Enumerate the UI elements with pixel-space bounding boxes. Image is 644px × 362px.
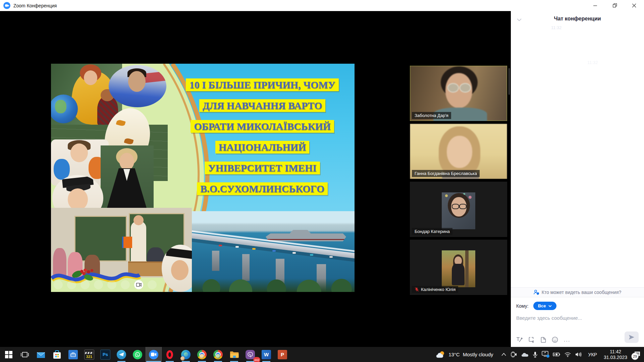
taskbar-weather[interactable]: 13°C Mostly cloudy [431, 351, 498, 359]
taskbar-store-button[interactable] [49, 347, 65, 362]
participant-name-label: Ганна Богданівна Бреславська [412, 170, 480, 177]
person-shield-icon [534, 290, 539, 295]
powerpoint-icon: P [278, 350, 287, 359]
format-text-icon[interactable] [516, 337, 523, 343]
participant-tile-bondar[interactable]: Бондар Катерина [410, 182, 507, 237]
weather-cloudy-icon [436, 351, 445, 359]
taskbar-chrome2-button[interactable] [210, 347, 226, 362]
participant-name-label: Заболотна Дар'я [412, 112, 451, 119]
zoom-app-icon [3, 2, 10, 9]
participants-video-strip: Заболотна Дар'я Ганна Богданівна Бреслав… [410, 66, 507, 298]
speaker-icon[interactable] [575, 352, 582, 357]
clock-date: 31.03.2023 [604, 355, 627, 360]
windows-logo-icon [5, 351, 12, 358]
collage-lecturer-portrait [101, 145, 154, 209]
taskbar-media-player-button[interactable]: 321 [81, 347, 97, 362]
weather-condition: Mostly cloudy [463, 352, 493, 357]
battery-icon[interactable] [553, 352, 560, 357]
taskbar-viber-button[interactable]: 442 [242, 347, 258, 362]
show-all-slides-button[interactable] [121, 280, 130, 289]
task-view-button[interactable] [17, 347, 33, 362]
taskbar-opera-button[interactable] [162, 347, 178, 362]
chat-privacy-note: Кто может видеть ваши сообщения? [511, 287, 644, 297]
close-button[interactable] [625, 0, 644, 11]
mpc-321-icon: 321 [84, 350, 94, 360]
meet-now-camera-icon[interactable] [511, 352, 517, 357]
task-view-icon [21, 351, 29, 358]
highlighter-tool-button[interactable] [94, 280, 103, 289]
telegram-icon [117, 350, 126, 359]
zoom-meeting-window: Zoom Конференция [0, 0, 644, 362]
chat-title: Чат конференции [511, 11, 644, 22]
taskbar-edge-button[interactable] [178, 347, 194, 362]
emoji-icon[interactable] [552, 337, 558, 343]
attach-file-icon[interactable] [541, 337, 546, 343]
notification-count-badge: 29 [631, 353, 639, 360]
participant-name-label: Калініченко Юлія [412, 286, 458, 293]
taskbar-explorer-button[interactable] [226, 347, 242, 362]
screenshot-icon[interactable] [529, 337, 535, 343]
minimize-icon [593, 4, 597, 8]
taskbar-clock[interactable]: 11:42 31.03.2023 [600, 349, 631, 360]
language-indicator[interactable]: УКР [585, 352, 600, 357]
photoshop-icon: Ps [100, 350, 110, 360]
camera-icon [136, 283, 142, 287]
onedrive-icon[interactable] [521, 352, 529, 357]
start-button[interactable] [1, 347, 17, 362]
file-explorer-icon [230, 351, 239, 358]
taskbar-photoshop-button[interactable]: Ps [97, 347, 113, 362]
taskbar-work-folder-button[interactable] [65, 347, 81, 362]
weather-temp: 13°C [448, 352, 460, 357]
slide-line-3: ОБРАТИ МИКОЛАЇВСЬКИЙ [191, 120, 334, 133]
chat-collapse-button[interactable] [517, 16, 522, 22]
participant-tile-zabolotna[interactable]: Заболотна Дар'я [410, 66, 507, 121]
chevron-down-icon [548, 305, 552, 307]
clock-time: 11:42 [604, 349, 627, 355]
display-sync-tray-item[interactable] [542, 351, 548, 358]
slide-back-button[interactable] [54, 280, 63, 289]
action-center-button[interactable]: 29 [631, 347, 644, 362]
slide-line-1: 10 І БІЛЬШЕ ПРИЧИН, ЧОМУ [186, 78, 338, 91]
close-icon [632, 4, 636, 8]
participant-tile-breslavska[interactable]: Ганна Богданівна Бреславська [410, 124, 507, 179]
more-tools-icon[interactable]: ... [564, 337, 570, 343]
pen-tool-button[interactable] [80, 280, 90, 289]
slide-forward-button[interactable] [67, 280, 76, 289]
windows-taskbar: 321 Ps [0, 347, 644, 362]
send-message-button[interactable] [625, 331, 639, 343]
microphone-icon[interactable] [533, 352, 537, 358]
recipient-dropdown[interactable]: Все [533, 302, 557, 310]
participant-tile-kalinichenko[interactable]: Калініченко Юлія [410, 240, 507, 295]
taskbar-powerpoint-button[interactable]: P [274, 347, 290, 362]
message-input[interactable]: Введите здесь сообщение... [516, 315, 639, 321]
participant-avatar [442, 250, 475, 287]
taskbar-telegram-button[interactable] [113, 347, 129, 362]
taskbar-zoom-button[interactable] [146, 347, 162, 362]
shared-screen-slide: 10 І БІЛЬШЕ ПРИЧИН, ЧОМУ ДЛЯ НАВЧАННЯ ВА… [51, 64, 355, 292]
presentation-toolbar [54, 280, 157, 289]
mail-icon [37, 351, 45, 358]
restore-button[interactable] [605, 0, 625, 11]
zoom-slide-button[interactable] [107, 280, 116, 289]
chat-panel: Чат конференции 11:32 11:32 Кто может ви… [511, 11, 644, 347]
collage-athlete-oval-photo [109, 65, 166, 107]
title-bar: Zoom Конференция [0, 0, 644, 11]
briefcase-app-icon [68, 350, 78, 359]
tray-overflow-chevron[interactable] [501, 353, 506, 356]
word-icon: W [262, 350, 271, 359]
whatsapp-icon [133, 350, 142, 359]
taskbar-mail-button[interactable] [33, 347, 49, 362]
taskbar-word-button[interactable]: W [258, 347, 274, 362]
camera-toggle-button[interactable] [134, 280, 143, 289]
status-dot [546, 355, 549, 358]
taskbar-chrome-button[interactable] [194, 347, 210, 362]
participant-name-label: Бондар Катерина [412, 228, 452, 235]
more-options-button[interactable] [148, 280, 157, 289]
taskbar-whatsapp-button[interactable] [129, 347, 146, 362]
wifi-icon[interactable] [565, 352, 571, 357]
participant-avatar [442, 192, 475, 229]
faded-timestamp: 11:32 [551, 25, 562, 30]
minimize-button[interactable] [586, 0, 605, 11]
participants-scrollbar[interactable] [508, 68, 510, 95]
send-icon [629, 335, 635, 340]
